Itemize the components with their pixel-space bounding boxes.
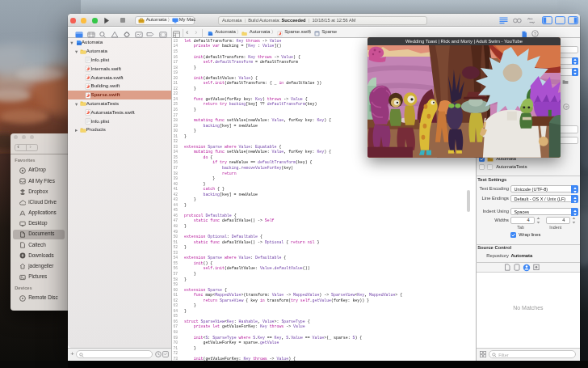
svg-text:?: ? xyxy=(534,32,536,36)
